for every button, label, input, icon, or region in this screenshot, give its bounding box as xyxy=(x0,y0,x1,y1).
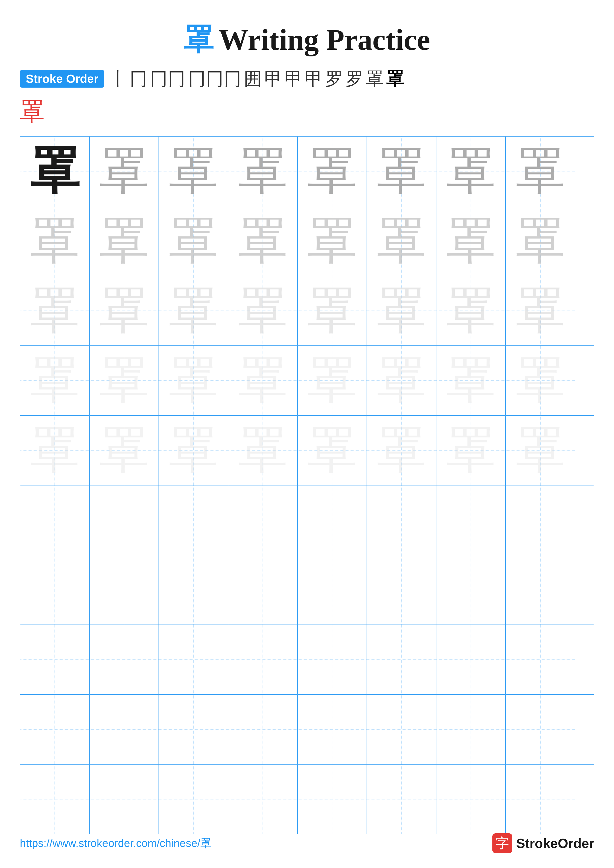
grid-cell-10-3[interactable] xyxy=(159,764,229,834)
grid-cell-10-1[interactable] xyxy=(20,764,90,834)
grid-cell-1-1[interactable]: 罩 xyxy=(20,136,90,206)
grid-cell-9-4[interactable] xyxy=(229,695,298,764)
grid-cell-7-2[interactable] xyxy=(90,555,159,625)
grid-cell-7-1[interactable] xyxy=(20,555,90,625)
grid-cell-4-5[interactable]: 罩 xyxy=(298,346,367,415)
grid-cell-9-3[interactable] xyxy=(159,695,229,764)
grid-cell-4-7[interactable]: 罩 xyxy=(437,346,506,415)
grid-cell-7-3[interactable] xyxy=(159,555,229,625)
cell-char: 罩 xyxy=(516,356,565,405)
grid-cell-10-4[interactable] xyxy=(229,764,298,834)
grid-cell-2-8[interactable]: 罩 xyxy=(506,206,575,276)
grid-cell-4-4[interactable]: 罩 xyxy=(229,346,298,415)
grid-cell-1-8[interactable]: 罩 xyxy=(506,136,575,206)
grid-cell-7-7[interactable] xyxy=(437,555,506,625)
grid-cell-2-5[interactable]: 罩 xyxy=(298,206,367,276)
grid-cell-1-5[interactable]: 罩 xyxy=(298,136,367,206)
grid-cell-2-4[interactable]: 罩 xyxy=(229,206,298,276)
stroke-step-6: 甲 xyxy=(264,70,282,88)
grid-cell-7-8[interactable] xyxy=(506,555,575,625)
cell-char: 罩 xyxy=(307,426,357,475)
grid-cell-8-3[interactable] xyxy=(159,625,229,694)
grid-cell-4-3[interactable]: 罩 xyxy=(159,346,229,415)
cell-char: 罩 xyxy=(238,216,288,266)
grid-cell-9-8[interactable] xyxy=(506,695,575,764)
grid-row-10 xyxy=(20,764,594,834)
grid-cell-8-7[interactable] xyxy=(437,625,506,694)
grid-cell-2-3[interactable]: 罩 xyxy=(159,206,229,276)
grid-cell-6-5[interactable] xyxy=(298,485,367,555)
grid-cell-4-1[interactable]: 罩 xyxy=(20,346,90,415)
grid-cell-9-1[interactable] xyxy=(20,695,90,764)
grid-cell-6-3[interactable] xyxy=(159,485,229,555)
cell-char: 罩 xyxy=(238,286,288,336)
cell-char: 罩 xyxy=(307,356,357,405)
grid-cell-8-2[interactable] xyxy=(90,625,159,694)
cell-char: 罩 xyxy=(99,146,149,196)
grid-cell-9-7[interactable] xyxy=(437,695,506,764)
cell-char: 罩 xyxy=(30,356,79,405)
grid-cell-9-2[interactable] xyxy=(90,695,159,764)
grid-cell-6-7[interactable] xyxy=(437,485,506,555)
grid-cell-5-1[interactable]: 罩 xyxy=(20,416,90,485)
grid-cell-6-8[interactable] xyxy=(506,485,575,555)
grid-cell-4-2[interactable]: 罩 xyxy=(90,346,159,415)
stroke-order-section: Stroke Order 丨 冂 冂冂 冂冂冂 囲 甲 甲 甲 罗 罗 罩 罩 xyxy=(0,70,614,88)
stroke-step-1: 丨 xyxy=(109,70,127,88)
grid-row-1: 罩 罩 罩 罩 罩 罩 罩 罩 xyxy=(20,136,594,206)
grid-cell-3-2[interactable]: 罩 xyxy=(90,276,159,346)
grid-cell-9-5[interactable] xyxy=(298,695,367,764)
grid-cell-2-2[interactable]: 罩 xyxy=(90,206,159,276)
grid-cell-1-7[interactable]: 罩 xyxy=(437,136,506,206)
grid-cell-10-6[interactable] xyxy=(367,764,437,834)
grid-cell-8-8[interactable] xyxy=(506,625,575,694)
grid-cell-8-1[interactable] xyxy=(20,625,90,694)
grid-cell-4-6[interactable]: 罩 xyxy=(367,346,437,415)
cell-char: 罩 xyxy=(99,426,149,475)
grid-cell-5-3[interactable]: 罩 xyxy=(159,416,229,485)
grid-cell-3-8[interactable]: 罩 xyxy=(506,276,575,346)
grid-cell-2-7[interactable]: 罩 xyxy=(437,206,506,276)
grid-cell-10-8[interactable] xyxy=(506,764,575,834)
grid-cell-1-2[interactable]: 罩 xyxy=(90,136,159,206)
grid-cell-3-7[interactable]: 罩 xyxy=(437,276,506,346)
cell-char: 罩 xyxy=(377,146,426,196)
grid-cell-2-6[interactable]: 罩 xyxy=(367,206,437,276)
grid-cell-7-4[interactable] xyxy=(229,555,298,625)
grid-cell-5-7[interactable]: 罩 xyxy=(437,416,506,485)
grid-cell-10-5[interactable] xyxy=(298,764,367,834)
grid-cell-5-4[interactable]: 罩 xyxy=(229,416,298,485)
practice-grid: 罩 罩 罩 罩 罩 罩 罩 罩 罩 罩 罩 xyxy=(20,136,594,834)
cell-char: 罩 xyxy=(446,356,496,405)
grid-cell-8-6[interactable] xyxy=(367,625,437,694)
grid-cell-6-1[interactable] xyxy=(20,485,90,555)
grid-cell-8-5[interactable] xyxy=(298,625,367,694)
grid-cell-10-2[interactable] xyxy=(90,764,159,834)
grid-cell-7-5[interactable] xyxy=(298,555,367,625)
cell-char: 罩 xyxy=(446,426,496,475)
grid-cell-3-1[interactable]: 罩 xyxy=(20,276,90,346)
cell-char: 罩 xyxy=(169,426,218,475)
grid-cell-6-6[interactable] xyxy=(367,485,437,555)
grid-cell-6-2[interactable] xyxy=(90,485,159,555)
grid-cell-10-7[interactable] xyxy=(437,764,506,834)
grid-cell-5-2[interactable]: 罩 xyxy=(90,416,159,485)
grid-cell-3-4[interactable]: 罩 xyxy=(229,276,298,346)
grid-cell-5-6[interactable]: 罩 xyxy=(367,416,437,485)
grid-cell-5-8[interactable]: 罩 xyxy=(506,416,575,485)
grid-cell-1-3[interactable]: 罩 xyxy=(159,136,229,206)
grid-cell-1-4[interactable]: 罩 xyxy=(229,136,298,206)
page-footer: https://www.strokeorder.com/chinese/罩 字 … xyxy=(20,833,594,853)
grid-cell-1-6[interactable]: 罩 xyxy=(367,136,437,206)
grid-cell-5-5[interactable]: 罩 xyxy=(298,416,367,485)
grid-cell-9-6[interactable] xyxy=(367,695,437,764)
grid-row-9 xyxy=(20,695,594,764)
grid-cell-3-6[interactable]: 罩 xyxy=(367,276,437,346)
grid-cell-8-4[interactable] xyxy=(229,625,298,694)
grid-cell-6-4[interactable] xyxy=(229,485,298,555)
grid-cell-7-6[interactable] xyxy=(367,555,437,625)
grid-cell-2-1[interactable]: 罩 xyxy=(20,206,90,276)
grid-cell-3-5[interactable]: 罩 xyxy=(298,276,367,346)
grid-cell-3-3[interactable]: 罩 xyxy=(159,276,229,346)
grid-cell-4-8[interactable]: 罩 xyxy=(506,346,575,415)
